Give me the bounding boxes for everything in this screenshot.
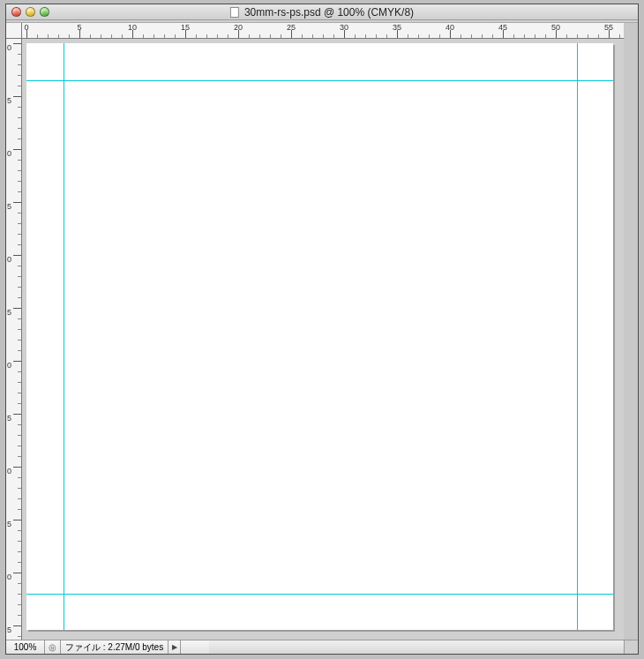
ruler-v-label: 5 xyxy=(7,309,15,316)
ruler-v-label: 0 xyxy=(7,150,15,157)
ruler-origin[interactable] xyxy=(6,23,22,39)
ruler-h-label: 25 xyxy=(287,23,296,32)
horizontal-guide[interactable] xyxy=(26,594,613,595)
ruler-v-label: 0 xyxy=(7,362,15,369)
ruler-h-label: 5 xyxy=(77,23,81,32)
ruler-h-label: 55 xyxy=(604,23,613,32)
file-size-field[interactable]: ファイル : 2.27M/0 bytes xyxy=(61,640,168,654)
ruler-h-label: 20 xyxy=(234,23,243,32)
ruler-h-label: 0 xyxy=(24,23,28,32)
window-title: 30mm-rs-ps.psd @ 100% (CMYK/8) xyxy=(230,6,414,19)
work-area: 0510152025303540455055 0505050505050 100… xyxy=(6,23,638,654)
ruler-v-label: 0 xyxy=(7,573,15,580)
title-text: 30mm-rs-ps.psd @ 100% (CMYK/8) xyxy=(244,6,414,19)
ruler-v-label: 5 xyxy=(7,520,15,528)
vertical-guide[interactable] xyxy=(64,43,64,630)
ruler-v-label: 5 xyxy=(7,415,15,422)
horizontal-scrollbar[interactable] xyxy=(209,640,624,654)
status-icon[interactable]: ◎ xyxy=(45,640,61,654)
canvas-viewport[interactable] xyxy=(22,39,624,640)
minimize-button[interactable] xyxy=(26,7,35,17)
canvas[interactable] xyxy=(26,43,613,630)
ruler-h-label: 45 xyxy=(498,23,507,32)
zoom-value: 100% xyxy=(14,642,37,652)
ruler-v-label: 0 xyxy=(7,468,15,475)
horizontal-ruler[interactable]: 0510152025303540455055 xyxy=(22,23,624,39)
vertical-ruler[interactable]: 0505050505050 xyxy=(6,39,22,640)
ruler-h-label: 30 xyxy=(340,23,348,32)
ruler-h-label: 10 xyxy=(128,23,137,32)
ruler-v-label: 5 xyxy=(7,97,15,104)
ruler-v-label: 5 xyxy=(7,626,15,633)
document-icon xyxy=(230,7,239,18)
traffic-lights xyxy=(11,7,49,17)
horizontal-guide[interactable] xyxy=(26,80,613,81)
zoom-button[interactable] xyxy=(40,7,49,17)
ruler-h-label: 40 xyxy=(446,23,454,32)
resize-grip[interactable] xyxy=(624,640,638,654)
status-bar: 100% ◎ ファイル : 2.27M/0 bytes ▶ xyxy=(6,640,209,654)
ruler-h-label: 15 xyxy=(181,23,190,32)
zoom-field[interactable]: 100% xyxy=(6,640,45,654)
file-label: ファイル : xyxy=(65,641,106,654)
document-window: 30mm-rs-ps.psd @ 100% (CMYK/8) 051015202… xyxy=(5,4,639,655)
vertical-guide[interactable] xyxy=(577,43,578,630)
triangle-right-icon: ▶ xyxy=(172,643,177,651)
titlebar[interactable]: 30mm-rs-ps.psd @ 100% (CMYK/8) xyxy=(6,4,638,20)
ruler-v-label: 5 xyxy=(7,203,15,210)
ruler-v-label: 0 xyxy=(7,44,15,51)
ruler-v-label: 0 xyxy=(7,256,15,263)
file-value: 2.27M/0 bytes xyxy=(108,642,163,652)
ruler-h-label: 50 xyxy=(551,23,560,32)
ruler-h-label: 35 xyxy=(393,23,401,32)
status-menu-arrow[interactable]: ▶ xyxy=(168,640,181,654)
close-button[interactable] xyxy=(11,7,21,17)
